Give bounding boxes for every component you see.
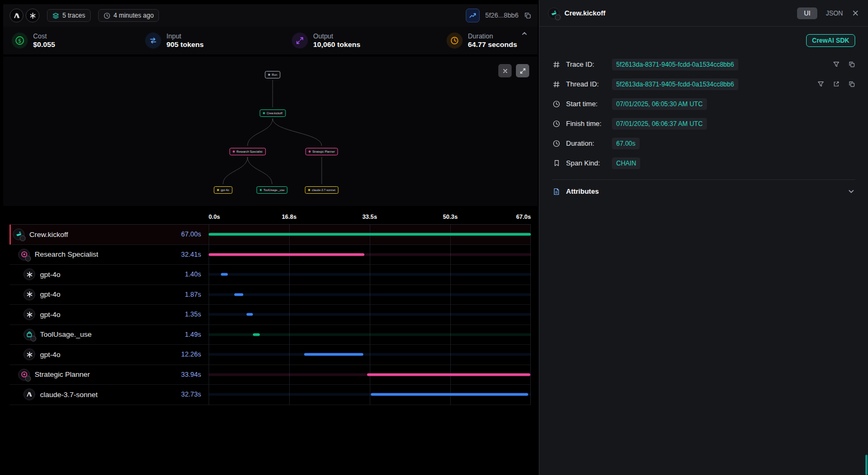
tab-json[interactable]: JSON (826, 10, 843, 17)
span-bar[interactable] (371, 393, 528, 396)
dollar-icon: $ (12, 33, 28, 49)
field-label: Trace ID: (566, 60, 607, 68)
field-label: Start time: (566, 100, 607, 108)
timeline-row[interactable]: Research Specialist 32.41s (10, 245, 531, 265)
hash-icon (552, 81, 561, 88)
clock-icon (103, 12, 110, 19)
tab-ui[interactable]: UI (797, 7, 817, 19)
span-duration: 1.49s (185, 331, 201, 338)
field-label: Thread ID: (566, 80, 607, 88)
span-detail-panel: Crew.kickoff UI JSON CrewAI SDK Trace ID… (539, 0, 868, 475)
node-type-dot (268, 74, 270, 76)
span-bar-track (209, 345, 531, 365)
field-label: Finish time: (566, 120, 607, 128)
span-bar-track (209, 225, 531, 244)
expand-graph-button[interactable] (516, 64, 529, 77)
field-value[interactable]: 5f2613da-8371-9405-fcdd-0a1534cc8bb6 (612, 78, 738, 90)
timeline-row[interactable]: gpt-4o 1.40s (10, 265, 531, 285)
stat-label: Input (166, 33, 204, 40)
chevron-down-icon (847, 187, 855, 195)
graph-node[interactable]: gpt-4o (214, 186, 233, 194)
metrics-button[interactable] (466, 9, 480, 22)
node-type-dot (217, 189, 219, 191)
svg-text:$: $ (18, 38, 21, 44)
span-duration: 67.00s (181, 231, 201, 238)
graph-node[interactable]: Research Specialist (229, 148, 266, 155)
trace-time-badge[interactable]: 4 minutes ago (98, 9, 159, 22)
span-bar[interactable] (221, 273, 228, 276)
span-bar[interactable] (246, 313, 253, 316)
copy-icon[interactable] (848, 81, 855, 88)
field-value[interactable]: 07/01/2025, 06:06:37 AM UTC (612, 118, 707, 130)
span-label: Crew.kickoff (29, 231, 68, 239)
sdk-badge[interactable]: CrewAI SDK (806, 34, 855, 47)
timeline-row[interactable]: gpt-4o 1.35s (10, 305, 531, 325)
span-duration: 12.26s (181, 351, 201, 358)
stat-duration: Duration 64.77 seconds (447, 33, 517, 49)
node-type-dot (233, 151, 235, 153)
span-bar-track (209, 265, 531, 284)
field-value[interactable]: 67.00s (612, 138, 640, 149)
axis-tick: 0.0s (209, 213, 220, 220)
span-bar-track (209, 365, 531, 385)
agent-icon (18, 249, 30, 260)
axis-tick: 67.0s (516, 213, 531, 220)
close-panel-icon[interactable] (851, 9, 859, 17)
field-value[interactable]: CHAIN (612, 157, 640, 169)
detail-body: CrewAI SDK Trace ID: 5f2613da-8371-9405-… (539, 27, 868, 195)
stat-value: 64.77 seconds (468, 41, 517, 49)
span-bar[interactable] (304, 353, 363, 356)
span-bar[interactable] (209, 233, 531, 236)
traces-count-label: 5 traces (62, 12, 85, 19)
graph-node[interactable]: Strategic Planner (305, 148, 338, 155)
clock-icon (552, 100, 561, 108)
traces-count-badge[interactable]: 5 traces (47, 9, 91, 22)
timeline-row[interactable]: gpt-4o 1.87s (10, 285, 531, 305)
span-bar[interactable] (253, 333, 260, 336)
timeline-row[interactable]: ToolUsage._use 1.49s (10, 325, 531, 345)
trace-graph: Run Crew.kickoff Research Specialist Str… (3, 57, 538, 206)
graph-node-label: Run (272, 73, 277, 76)
copy-trace-id-icon[interactable] (524, 12, 531, 19)
close-graph-button[interactable] (498, 64, 512, 77)
timeline-row[interactable]: claude-3.7-sonnet 32.73s (10, 385, 531, 405)
span-bar-track (209, 245, 531, 265)
layers-icon (52, 12, 59, 19)
output-tokens-icon (292, 33, 308, 49)
stat-label: Duration (468, 33, 517, 40)
field-value[interactable]: 07/01/2025, 06:05:30 AM UTC (612, 98, 707, 110)
span-label: gpt-4o (40, 271, 60, 279)
collapse-stats-chevron-up-icon[interactable] (521, 30, 528, 37)
span-label: gpt-4o (40, 290, 60, 298)
field-value[interactable]: 5f2613da-8371-9405-fcdd-0a1534cc8bb6 (612, 59, 738, 70)
timeline-row[interactable]: gpt-4o 12.26s (10, 345, 531, 365)
span-bar[interactable] (209, 253, 364, 256)
span-bar[interactable] (367, 373, 530, 376)
hash-icon (552, 61, 561, 68)
crew-icon (548, 7, 560, 19)
span-bar[interactable] (234, 293, 243, 296)
trace-short-id: 5f26...8bb6 (485, 12, 519, 19)
timeline-row[interactable]: Strategic Planner 33.94s (10, 365, 531, 385)
filter-icon[interactable] (833, 61, 840, 68)
filter-icon[interactable] (817, 81, 824, 88)
attributes-toggle[interactable]: Attributes (552, 179, 855, 195)
external-icon[interactable] (833, 81, 840, 88)
timeline-row[interactable]: Crew.kickoff 67.00s (10, 225, 531, 245)
clock-icon (447, 33, 463, 49)
span-bar-track (209, 305, 531, 324)
scrollbar-thumb[interactable] (865, 455, 867, 475)
graph-node-label: ToolUsage._use (264, 188, 284, 192)
graph-node[interactable]: Run (265, 71, 280, 78)
node-type-dot (263, 112, 265, 114)
detail-header: Crew.kickoff UI JSON (539, 0, 868, 27)
graph-node[interactable]: Crew.kickoff (260, 109, 286, 117)
copy-icon[interactable] (848, 61, 855, 68)
tool-icon (23, 329, 35, 341)
graph-node[interactable]: claude-3.7-sonnet (305, 186, 338, 194)
span-duration: 1.40s (185, 271, 201, 278)
bookmark-icon (552, 160, 561, 167)
span-label: claude-3.7-sonnet (40, 391, 98, 399)
openai-icon (23, 349, 35, 360)
graph-node[interactable]: ToolUsage._use (257, 186, 288, 194)
